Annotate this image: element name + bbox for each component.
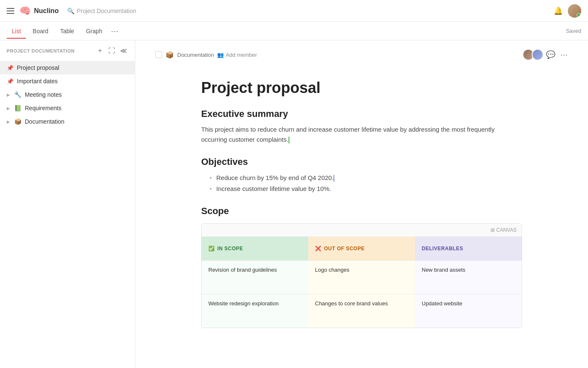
col-header-out-of-scope: ❌ OUT OF SCOPE <box>308 237 415 260</box>
in-scope-label: IN SCOPE <box>218 246 243 252</box>
objectives-list: Reduce churn by 15% by end of Q4 2020. I… <box>210 172 522 194</box>
expand-arrow-icon: ▶ <box>7 93 10 97</box>
executive-summary-text: This project aims to reduce churn and in… <box>201 124 522 145</box>
canvas-label: ⊞ CANVAS <box>491 227 517 233</box>
add-member-button[interactable]: 👥 Add member <box>217 52 257 58</box>
sidebar-section-title: PROJECT DOCUMENTATION <box>7 48 75 53</box>
user-avatar[interactable] <box>568 4 581 18</box>
documentation-emoji: 📦 <box>14 118 21 125</box>
sidebar-item-label: Meeting notes <box>25 91 62 98</box>
card-text: Logo changes <box>315 267 349 273</box>
canvas-grid: ✅ IN SCOPE ❌ OUT OF SCOPE DELIVERABLES R… <box>202 237 522 328</box>
comments-icon[interactable]: 💬 <box>546 50 555 59</box>
sidebar-item-label: Project proposal <box>17 64 59 71</box>
search-area[interactable]: 🔍 Project Documentation <box>67 8 549 14</box>
out-of-scope-x-icon: ❌ <box>315 246 322 252</box>
card-text: New brand assets <box>422 267 465 273</box>
meeting-notes-emoji: 🔧 <box>14 91 21 98</box>
card-text: Website redesign exploration <box>208 300 278 307</box>
collaborators-avatars <box>522 49 541 61</box>
sidebar-item-label: Important dates <box>17 78 58 85</box>
tab-board[interactable]: Board <box>28 24 53 39</box>
col-header-deliverables: DELIVERABLES <box>415 237 522 260</box>
logo-text: Nuclino <box>34 7 59 15</box>
canvas-board: ⊞ CANVAS ✅ IN SCOPE ❌ OUT OF SCOPE <box>201 223 522 328</box>
doc-checkbox[interactable] <box>155 51 162 58</box>
tab-table[interactable]: Table <box>55 24 79 39</box>
objective-text-1: Reduce churn by 15% by end of Q4 2020. <box>216 174 333 181</box>
search-placeholder[interactable]: Project Documentation <box>77 8 136 14</box>
folder-icon: 📦 <box>165 51 174 59</box>
sidebar-item-documentation[interactable]: ▶ 📦 Documentation ⧉ <box>0 115 135 128</box>
card-text: Updated website <box>422 300 462 307</box>
doc-actions-right: 💬 ⋯ <box>522 49 568 61</box>
add-item-button[interactable]: ＋ <box>96 45 104 56</box>
nav-right: 🔔 <box>554 4 581 18</box>
tab-more-icon[interactable]: ⋯ <box>111 26 118 36</box>
breadcrumb: 📦 Documentation 👥 Add member <box>155 51 257 59</box>
tab-list[interactable]: List <box>7 24 26 39</box>
collapse-sidebar-button[interactable]: ≪ <box>119 45 128 56</box>
card-updated-website[interactable]: Updated website <box>415 294 522 328</box>
sidebar-item-label: Documentation <box>25 118 64 125</box>
objective-item-2: Increase customer lifetime value by 10%. <box>210 183 522 194</box>
notification-bell-icon[interactable]: 🔔 <box>554 6 563 16</box>
sidebar: PROJECT DOCUMENTATION ＋ ⛶ ≪ 📌 Project pr… <box>0 40 135 368</box>
collaborator-avatar-2 <box>532 49 543 61</box>
card-website-redesign[interactable]: Website redesign exploration <box>202 294 308 328</box>
requirements-emoji: 📗 <box>14 105 21 111</box>
sidebar-actions: ＋ ⛶ ≪ <box>96 45 128 56</box>
expand-arrow-icon-3: ▶ <box>7 119 10 124</box>
card-text: Changes to core brand values <box>315 300 388 307</box>
expand-button[interactable]: ⛶ <box>108 45 116 56</box>
col-header-in-scope: ✅ IN SCOPE <box>202 237 308 260</box>
card-new-brand-assets[interactable]: New brand assets <box>415 260 522 294</box>
main-layout: PROJECT DOCUMENTATION ＋ ⛶ ≪ 📌 Project pr… <box>0 40 588 368</box>
card-revision-brand[interactable]: Revision of brand guidelines <box>202 260 308 294</box>
cursor-1 <box>333 175 334 182</box>
sidebar-item-requirements[interactable]: ▶ 📗 Requirements ⧉ <box>0 101 135 115</box>
tab-graph[interactable]: Graph <box>81 24 108 39</box>
sidebar-item-project-proposal[interactable]: 📌 Project proposal ⧉ <box>0 61 135 74</box>
canvas-header: ⊞ CANVAS <box>202 224 522 237</box>
main-content: 📦 Documentation 👥 Add member 💬 ⋯ Project… <box>135 40 588 368</box>
search-icon: 🔍 <box>67 8 74 14</box>
objective-text-2: Increase customer lifetime value by 10%. <box>216 185 331 192</box>
objectives-heading: Objectives <box>201 156 522 167</box>
objective-item-1: Reduce churn by 15% by end of Q4 2020. <box>210 172 522 183</box>
expand-arrow-icon-2: ▶ <box>7 106 10 111</box>
document-body: Project proposal Executive summary This … <box>181 69 542 338</box>
in-scope-check-icon: ✅ <box>208 246 215 252</box>
cursor-2 <box>289 137 289 143</box>
sidebar-item-label: Requirements <box>25 105 61 111</box>
out-of-scope-label: OUT OF SCOPE <box>324 246 365 252</box>
add-member-icon: 👥 <box>217 52 224 58</box>
document-title[interactable]: Project proposal <box>201 79 522 97</box>
more-options-icon[interactable]: ⋯ <box>560 50 568 59</box>
logo: 🧠 Nuclino <box>19 5 59 16</box>
executive-text: This project aims to reduce churn and in… <box>201 126 495 143</box>
breadcrumb-text: Documentation <box>177 52 214 58</box>
pin-icon: 📌 <box>7 65 13 71</box>
sidebar-item-important-dates[interactable]: 📌 Important dates ⧉ <box>0 74 135 88</box>
canvas-icon: ⊞ <box>491 227 495 233</box>
deliverables-label: DELIVERABLES <box>422 246 463 252</box>
tab-bar: List Board Table Graph ⋯ Saved <box>0 22 588 40</box>
card-core-brand-values[interactable]: Changes to core brand values <box>308 294 415 328</box>
scope-heading: Scope <box>201 206 522 217</box>
add-member-label: Add member <box>226 52 257 58</box>
menu-button[interactable] <box>7 8 14 14</box>
card-text: Revision of brand guidelines <box>208 267 277 273</box>
canvas-label-text: CANVAS <box>496 227 517 233</box>
pin-icon-2: 📌 <box>7 78 13 85</box>
saved-status: Saved <box>566 28 581 34</box>
sidebar-item-meeting-notes[interactable]: ▶ 🔧 Meeting notes ⧉ <box>0 88 135 101</box>
logo-icon: 🧠 <box>19 5 31 16</box>
executive-summary-heading: Executive summary <box>201 109 522 119</box>
card-logo-changes[interactable]: Logo changes <box>308 260 415 294</box>
sidebar-header: PROJECT DOCUMENTATION ＋ ⛶ ≪ <box>0 40 135 61</box>
doc-header-bar: 📦 Documentation 👥 Add member 💬 ⋯ <box>135 40 588 61</box>
top-nav: 🧠 Nuclino 🔍 Project Documentation 🔔 <box>0 0 588 22</box>
